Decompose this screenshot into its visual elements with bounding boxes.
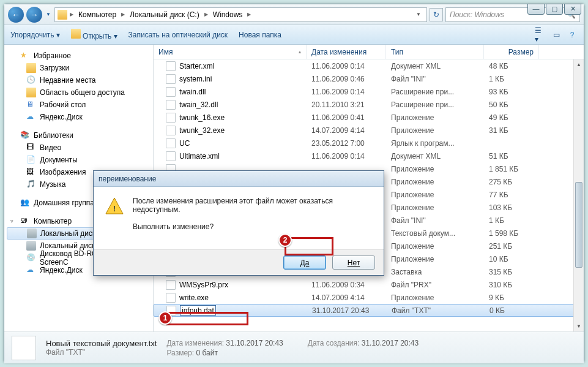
chevron-right-icon[interactable]: ▶	[121, 12, 125, 17]
open-button[interactable]: Открыть ▾	[71, 29, 117, 40]
navigation-bar: ← → ▼ ▶ Компьютер ▶ Локальный диск (C:) …	[4, 4, 584, 25]
vertical-scrollbar[interactable]: ▲ ▼	[573, 59, 584, 331]
file-date: 20.11.2010 3:21	[307, 100, 386, 109]
refresh-button[interactable]: ↻	[430, 8, 443, 21]
computer-icon: 🖳	[20, 216, 30, 226]
folder-icon	[26, 63, 36, 73]
file-name: write.exe	[179, 293, 209, 302]
file-row[interactable]: twunk_32.exe14.07.2009 4:14Приложение31 …	[154, 124, 584, 137]
minimize-button[interactable]: —	[527, 4, 545, 15]
file-size: 9 КБ	[484, 293, 539, 302]
file-date: 11.06.2009 0:14	[307, 152, 386, 161]
window-controls: — ▢ ✕	[527, 4, 581, 15]
sidebar-yandex[interactable]: ☁Яндекс.Диск	[4, 111, 153, 123]
document-icon: 📄	[26, 155, 36, 165]
file-name: twunk_32.exe	[179, 126, 225, 135]
sidebar-documents[interactable]: 📄Документы	[4, 154, 153, 166]
rename-input[interactable]: infpub.dat	[180, 305, 216, 316]
breadcrumb-disk[interactable]: Локальный диск (C:)	[127, 8, 202, 21]
scroll-thumb[interactable]	[575, 182, 582, 268]
file-name: twain.dll	[179, 88, 206, 96]
help-button[interactable]: ?	[567, 29, 578, 40]
dialog-title[interactable]: переименование	[94, 171, 384, 187]
new-folder-button[interactable]: Новая папка	[239, 31, 281, 39]
sidebar-video[interactable]: 🎞Видео	[4, 142, 153, 154]
sidebar-recent[interactable]: 🕓Недавние места	[4, 74, 153, 86]
sidebar-downloads[interactable]: Загрузки	[4, 62, 153, 74]
file-icon	[166, 74, 176, 84]
file-row[interactable]: system.ini11.06.2009 0:46Файл "INI"1 КБ	[154, 72, 584, 85]
favorites-header[interactable]: ★Избранное	[4, 50, 153, 62]
file-row[interactable]: infpub.dat31.10.2017 20:43Файл "TXT"0 КБ	[154, 304, 584, 317]
file-name: twunk_16.exe	[179, 113, 225, 122]
column-size[interactable]: Размер	[484, 45, 539, 59]
file-row[interactable]: twain_32.dll20.11.2010 3:21Расширение пр…	[154, 98, 584, 111]
file-row[interactable]: WMSysPr9.prx11.06.2009 0:34Файл "PRX"310…	[154, 278, 584, 291]
file-icon	[166, 138, 176, 148]
desktop-icon: 🖥	[26, 100, 36, 110]
file-type: Приложение	[386, 191, 484, 199]
file-size: 49 КБ	[484, 113, 539, 122]
sidebar-desktop[interactable]: 🖥Рабочий стол	[4, 99, 153, 111]
file-type: Файл "INI"	[386, 75, 484, 83]
sidebar-public[interactable]: Область общего доступа	[4, 86, 153, 99]
forward-button[interactable]: →	[26, 7, 42, 23]
video-icon: 🎞	[26, 143, 36, 153]
file-size: 1 851 КБ	[484, 165, 539, 173]
file-row[interactable]: Ultimate.xml11.06.2009 0:14Документ XML5…	[154, 149, 584, 162]
file-type: Документ XML	[386, 62, 484, 70]
scroll-down-arrow[interactable]: ▼	[574, 321, 584, 331]
breadcrumb-computer[interactable]: Компьютер	[76, 8, 119, 21]
file-name: twain_32.dll	[179, 100, 218, 109]
burn-button[interactable]: Записать на оптический диск	[128, 31, 228, 39]
breadcrumb-windows[interactable]: Windows	[210, 8, 245, 21]
command-bar: Упорядочить ▾ Открыть ▾ Записать на опти…	[4, 25, 584, 45]
file-size: 0 КБ	[485, 306, 540, 315]
dialog-message: После изменения расширения этот файл мож…	[133, 197, 373, 214]
organize-menu[interactable]: Упорядочить ▾	[10, 31, 60, 39]
file-row[interactable]: twain.dll11.06.2009 0:14Расширение при..…	[154, 85, 584, 98]
file-type: Приложение	[386, 242, 484, 251]
column-type[interactable]: Тип	[386, 45, 484, 59]
no-button[interactable]: Нет	[332, 255, 375, 270]
yes-button[interactable]: Да	[283, 255, 326, 270]
back-button[interactable]: ←	[8, 7, 24, 23]
address-dropdown[interactable]: ▼	[413, 12, 424, 17]
open-icon	[71, 29, 81, 39]
file-type: Приложение	[386, 126, 484, 135]
address-bar[interactable]: ▶ Компьютер ▶ Локальный диск (C:) ▶ Wind…	[54, 7, 427, 22]
file-icon	[166, 280, 176, 290]
dialog-question: Выполнить изменение?	[133, 222, 373, 231]
scroll-up-arrow[interactable]: ▲	[574, 59, 584, 70]
file-name: WMSysPr9.prx	[179, 281, 228, 289]
file-row[interactable]: write.exe14.07.2009 4:14Приложение9 КБ	[154, 291, 584, 304]
nav-history-dropdown[interactable]: ▼	[45, 7, 52, 23]
file-row[interactable]: Starter.xml11.06.2009 0:14Документ XML48…	[154, 59, 584, 72]
close-button[interactable]: ✕	[564, 4, 581, 15]
file-date: 11.06.2009 0:14	[307, 62, 386, 70]
chevron-right-icon[interactable]: ▶	[70, 12, 73, 17]
view-options-button[interactable]: ☰ ▾	[535, 29, 546, 40]
file-row[interactable]: UC23.05.2012 7:00Ярлык к програм...	[154, 137, 584, 149]
file-date: 11.06.2009 0:34	[307, 281, 386, 289]
libraries-header[interactable]: 📚Библиотеки	[4, 129, 153, 142]
annotation-badge-1: 1	[158, 311, 172, 325]
file-name: UC	[179, 139, 190, 148]
picture-icon: 🖼	[26, 167, 36, 177]
preview-pane-button[interactable]: ▭	[551, 29, 562, 40]
file-name: Ultimate.xml	[179, 152, 220, 161]
file-size: 51 КБ	[484, 152, 539, 161]
music-icon: 🎵	[26, 180, 36, 189]
maximize-button[interactable]: ▢	[546, 4, 563, 15]
file-icon	[166, 87, 176, 97]
file-size: 77 КБ	[484, 191, 539, 199]
star-icon: ★	[20, 51, 30, 61]
file-row[interactable]: twunk_16.exe11.06.2009 0:41Приложение49 …	[154, 111, 584, 124]
file-date: 14.07.2009 4:14	[307, 126, 386, 135]
file-type: Приложение	[386, 113, 484, 122]
column-date[interactable]: Дата изменения	[307, 45, 386, 59]
file-date: 31.10.2017 20:43	[307, 306, 387, 315]
chevron-right-icon[interactable]: ▶	[204, 12, 208, 17]
column-name[interactable]: Имя▴	[154, 45, 307, 59]
chevron-right-icon[interactable]: ▶	[247, 12, 251, 17]
